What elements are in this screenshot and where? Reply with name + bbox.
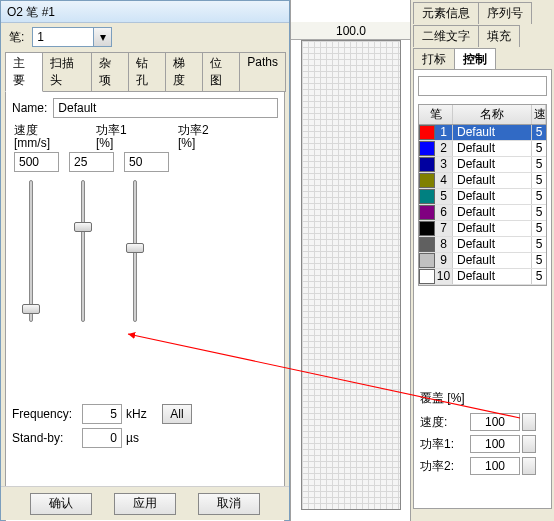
- tab-main[interactable]: 主要: [5, 52, 43, 92]
- name-label: Name:: [12, 101, 47, 115]
- pen-table-row[interactable]: 6Default5: [419, 205, 546, 221]
- side-tabs-row1: 元素信息 序列号: [411, 0, 554, 23]
- tab-paths[interactable]: Paths: [239, 52, 286, 92]
- pen-table-h-pen[interactable]: 笔: [419, 105, 453, 124]
- slider-thumb[interactable]: [126, 243, 144, 253]
- pen-row-name: Default: [453, 157, 532, 172]
- hdr-power2: 功率2 [%]: [178, 124, 240, 150]
- apply-button[interactable]: 应用: [114, 493, 176, 515]
- power1-slider[interactable]: [74, 176, 92, 326]
- pen-table-row[interactable]: 10Default5: [419, 269, 546, 285]
- dialog-tabs: 主要 扫描头 杂项 钻孔 梯度 位图 Paths: [1, 51, 289, 91]
- tab-bitmap[interactable]: 位图: [202, 52, 240, 92]
- pen-table-row[interactable]: 2Default5: [419, 141, 546, 157]
- chevron-down-icon[interactable]: ▾: [93, 28, 111, 46]
- override-power2-input[interactable]: [470, 457, 520, 475]
- pen-table-row[interactable]: 1Default5: [419, 125, 546, 141]
- power2-slider[interactable]: [126, 176, 144, 326]
- side-tabs-row3: 打标 控制: [411, 46, 554, 69]
- pen-row-name: Default: [453, 237, 532, 252]
- side-tab-control[interactable]: 控制: [454, 48, 496, 70]
- override-power2-row: 功率2:: [420, 455, 552, 477]
- standby-unit: µs: [126, 431, 156, 445]
- pen-row-number: 6: [435, 205, 453, 220]
- frequency-row: Frequency: kHz All: [12, 402, 272, 426]
- pen-row-speed: 5: [532, 173, 546, 188]
- work-area[interactable]: [301, 40, 401, 510]
- frequency-unit: kHz: [126, 407, 156, 421]
- power2-input[interactable]: [124, 152, 169, 172]
- override-speed-btn[interactable]: [522, 413, 536, 431]
- hdr-speed: 速度 [mm/s]: [14, 124, 76, 150]
- side-tab-2dtext[interactable]: 二维文字: [413, 25, 479, 47]
- override-speed-input[interactable]: [470, 413, 520, 431]
- cancel-button[interactable]: 取消: [198, 493, 260, 515]
- window-title: O2 笔 #1: [1, 1, 289, 23]
- name-row: Name:: [12, 98, 278, 118]
- pen-row-number: 3: [435, 157, 453, 172]
- pen-table-row[interactable]: 7Default5: [419, 221, 546, 237]
- pen-color-swatch: [419, 205, 435, 220]
- pen-row-number: 2: [435, 141, 453, 156]
- values-row: [12, 152, 278, 172]
- tab-gradient[interactable]: 梯度: [165, 52, 203, 92]
- slider-thumb[interactable]: [74, 222, 92, 232]
- pen-row-name: Default: [453, 253, 532, 268]
- pen-row-name: Default: [453, 205, 532, 220]
- slider-thumb[interactable]: [22, 304, 40, 314]
- override-power1-input[interactable]: [470, 435, 520, 453]
- sliders-row: [12, 172, 278, 332]
- pen-row-speed: 5: [532, 221, 546, 236]
- all-button[interactable]: All: [162, 404, 192, 424]
- pen-row-name: Default: [453, 141, 532, 156]
- hdr-power1-sub: [%]: [96, 137, 158, 150]
- pen-table-h-name[interactable]: 名称: [453, 105, 532, 124]
- hdr-power2-label: 功率2: [178, 123, 209, 137]
- frequency-input[interactable]: [82, 404, 122, 424]
- pen-row-name: Default: [453, 221, 532, 236]
- pen-combo[interactable]: 1 ▾: [32, 27, 112, 47]
- pen-table-row[interactable]: 5Default5: [419, 189, 546, 205]
- speed-input[interactable]: [14, 152, 59, 172]
- ruler-tick: 100.0: [336, 24, 366, 38]
- pen-table-row[interactable]: 8Default5: [419, 237, 546, 253]
- override-group: 覆盖 [%] 速度: 功率1: 功率2:: [420, 390, 552, 477]
- tab-drill[interactable]: 钻孔: [128, 52, 166, 92]
- side-tab-fill[interactable]: 填充: [478, 25, 520, 47]
- pen-table-header: 笔 名称 速: [419, 105, 546, 125]
- pen-row-number: 1: [435, 125, 453, 140]
- pen-color-swatch: [419, 157, 435, 172]
- override-power2-label: 功率2:: [420, 458, 470, 475]
- standby-input[interactable]: [82, 428, 122, 448]
- override-speed-row: 速度:: [420, 411, 552, 433]
- pen-row-number: 7: [435, 221, 453, 236]
- power1-input[interactable]: [69, 152, 114, 172]
- speed-slider[interactable]: [22, 176, 40, 326]
- ruler: 100.0: [291, 22, 411, 40]
- pen-row-speed: 5: [532, 189, 546, 204]
- side-tab-elementinfo[interactable]: 元素信息: [413, 2, 479, 24]
- override-power2-btn[interactable]: [522, 457, 536, 475]
- pen-row-speed: 5: [532, 157, 546, 172]
- pen-table-row[interactable]: 4Default5: [419, 173, 546, 189]
- hdr-power2-sub: [%]: [178, 137, 240, 150]
- pen-row-speed: 5: [532, 125, 546, 140]
- pen-color-swatch: [419, 237, 435, 252]
- pen-table-h-speed[interactable]: 速: [532, 105, 546, 124]
- side-search-input[interactable]: [418, 76, 547, 96]
- pen-row-name: Default: [453, 125, 532, 140]
- override-power1-btn[interactable]: [522, 435, 536, 453]
- ok-button[interactable]: 确认: [30, 493, 92, 515]
- side-tab-serial[interactable]: 序列号: [478, 2, 532, 24]
- side-tabs-row2: 二维文字 填充: [411, 23, 554, 46]
- pen-table-row[interactable]: 9Default5: [419, 253, 546, 269]
- pen-color-swatch: [419, 221, 435, 236]
- tab-misc[interactable]: 杂项: [91, 52, 129, 92]
- slider-track: [81, 180, 85, 322]
- pen-row-number: 8: [435, 237, 453, 252]
- name-input[interactable]: [53, 98, 278, 118]
- side-tab-mark[interactable]: 打标: [413, 48, 455, 70]
- pen-table: 笔 名称 速 1Default52Default53Default54Defau…: [418, 104, 547, 286]
- tab-scanhead[interactable]: 扫描头: [42, 52, 91, 92]
- pen-table-row[interactable]: 3Default5: [419, 157, 546, 173]
